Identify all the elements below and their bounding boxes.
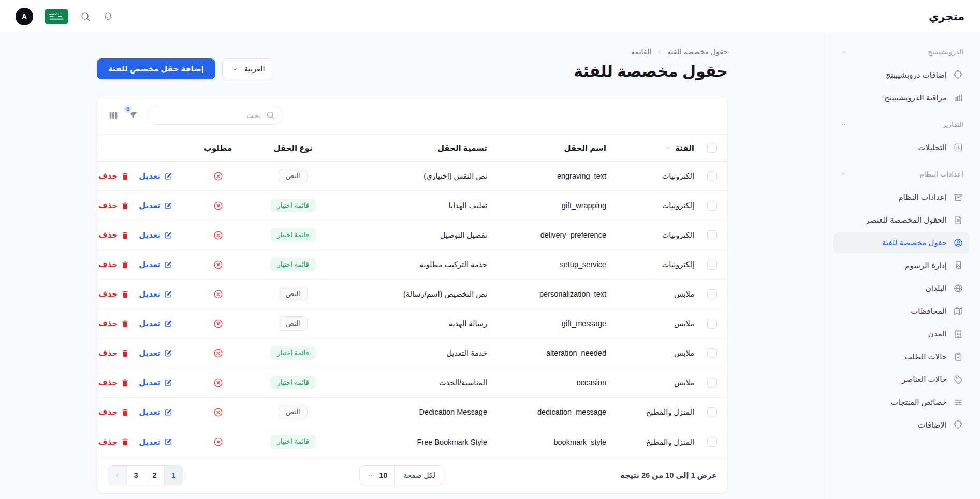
not-required-icon: [213, 171, 224, 182]
table-body: إلكترونياتengraving_textنص النقش (اختيار…: [97, 162, 727, 457]
language-select[interactable]: العربية: [222, 58, 274, 79]
not-required-icon: [213, 348, 224, 359]
page-button-2[interactable]: 2: [145, 466, 164, 485]
row-checkbox[interactable]: [707, 201, 717, 211]
pencil-square-icon: [164, 378, 172, 387]
add-category-field-button[interactable]: إضافة حقل مخصص للفئة: [97, 58, 215, 79]
language-select-value: العربية: [244, 65, 265, 73]
next-page-button[interactable]: [108, 466, 127, 485]
delete-button[interactable]: حذف: [98, 437, 129, 447]
global-search-button[interactable]: [80, 11, 91, 22]
delete-button[interactable]: حذف: [98, 230, 129, 240]
sidebar-section-header[interactable]: التقارير: [833, 117, 970, 131]
sidebar-item-product-attributes[interactable]: خصائص المنتجات: [833, 391, 970, 413]
archive-box-icon: [953, 192, 963, 202]
sidebar-section-label: التقارير: [942, 120, 963, 128]
delete-button[interactable]: حذف: [98, 378, 129, 387]
cell-field-label: تغليف الهدايا: [449, 201, 487, 210]
sidebar-nav: الدروبشيبينجإضافات دروبشيبينجمراقبة الدر…: [833, 45, 970, 436]
row-checkbox[interactable]: [707, 260, 717, 270]
sidebar-item-category-custom-fields[interactable]: حقول مخصصة للفئة: [833, 232, 970, 254]
sidebar-item-dropshipping-addons[interactable]: إضافات دروبشيبينج: [833, 64, 970, 86]
sidebar-item-governorates[interactable]: المحافظات: [833, 300, 970, 322]
trash-icon: [121, 349, 129, 358]
row-checkbox[interactable]: [707, 319, 717, 329]
sidebar-section-header[interactable]: إعدادات النظام: [833, 167, 970, 181]
edit-button[interactable]: تعديل: [139, 407, 172, 417]
map-icon: [953, 306, 963, 316]
filter-button[interactable]: 0: [127, 110, 139, 121]
row-checkbox[interactable]: [707, 230, 717, 240]
edit-button[interactable]: تعديل: [139, 319, 172, 328]
edit-button[interactable]: تعديل: [139, 437, 172, 447]
edit-button[interactable]: تعديل: [139, 171, 172, 181]
user-avatar[interactable]: A: [16, 8, 33, 25]
delete-label: حذف: [98, 289, 118, 299]
sidebar-item-fees-management[interactable]: إدارة الرسوم: [833, 255, 970, 276]
sidebar-item-order-statuses[interactable]: حالات الطلب: [833, 346, 970, 368]
table-toolbar: 0: [97, 96, 727, 135]
sidebar-item-item-statuses[interactable]: حالات العناصر: [833, 369, 970, 390]
breadcrumb-parent[interactable]: القائمة: [631, 48, 651, 56]
search-input[interactable]: [147, 106, 283, 125]
search-box: [147, 106, 283, 125]
notifications-button[interactable]: [103, 11, 114, 22]
sidebar-item-cities[interactable]: المدن: [833, 323, 970, 345]
columns-button[interactable]: [108, 110, 119, 121]
row-checkbox[interactable]: [707, 348, 717, 358]
chevron-up-icon: [840, 48, 847, 56]
cell-category: المنزل والمطبخ: [646, 438, 694, 446]
delete-button[interactable]: حذف: [98, 260, 129, 269]
edit-button[interactable]: تعديل: [139, 378, 172, 387]
row-checkbox[interactable]: [707, 407, 717, 417]
sidebar-item-item-custom-fields[interactable]: الحقول المخصصة للعنصر: [833, 209, 970, 231]
per-page-select[interactable]: لكل صفحة 10: [359, 465, 444, 485]
cell-field-label: المناسبة/الحدث: [439, 378, 487, 387]
edit-button[interactable]: تعديل: [139, 230, 172, 240]
sidebar-section-label: إعدادات النظام: [920, 170, 963, 178]
select-all-checkbox[interactable]: [707, 143, 717, 153]
row-checkbox[interactable]: [707, 289, 717, 299]
sidebar-section-header[interactable]: الدروبشيبينج: [833, 45, 970, 59]
breadcrumb-current[interactable]: حقول مخصصة للفئة: [667, 48, 728, 56]
chevron-down-icon: [231, 65, 239, 73]
tag-icon: [953, 374, 963, 385]
edit-label: تعديل: [139, 201, 160, 210]
delete-button[interactable]: حذف: [98, 171, 129, 181]
field-type-badge: قائمة اختيار: [270, 258, 316, 272]
column-header-field-name: اسم الحقل: [487, 143, 606, 153]
trash-icon: [121, 231, 129, 240]
row-checkbox[interactable]: [707, 437, 717, 447]
delete-button[interactable]: حذف: [98, 407, 129, 417]
delete-button[interactable]: حذف: [98, 289, 129, 299]
delete-button[interactable]: حذف: [98, 201, 129, 210]
field-type-badge: قائمة اختيار: [270, 435, 316, 449]
sidebar-item-label: حالات الطلب: [905, 352, 947, 361]
row-checkbox[interactable]: [707, 171, 717, 181]
column-header-field-type: نوع الحقل: [249, 143, 337, 153]
page-head: حقول مخصصة للفئة القائمة حقول مخصصة للفئ…: [97, 48, 728, 80]
sidebar-item-system-settings[interactable]: إعدادات النظام: [833, 186, 970, 208]
table-card: 0 الفئة اسم الحقل تسمية الحقل نوع الحقل …: [97, 96, 728, 494]
sidebar-item-countries[interactable]: البلدان: [833, 277, 970, 299]
language-flag-button[interactable]: [45, 9, 68, 24]
column-header-category[interactable]: الفئة: [606, 143, 694, 153]
row-checkbox[interactable]: [707, 378, 717, 388]
delete-button[interactable]: حذف: [98, 319, 129, 328]
edit-button[interactable]: تعديل: [139, 260, 172, 269]
edit-label: تعديل: [139, 319, 160, 328]
delete-label: حذف: [98, 171, 118, 181]
not-required-icon: [213, 230, 224, 241]
sidebar-item-addons[interactable]: الإضافات: [833, 414, 970, 436]
page-button-3[interactable]: 3: [127, 466, 145, 485]
page-button-1[interactable]: 1: [164, 466, 183, 485]
delete-button[interactable]: حذف: [98, 348, 129, 358]
sidebar-item-dropshipping-monitoring[interactable]: مراقبة الدروبشيبينج: [833, 87, 970, 109]
edit-button[interactable]: تعديل: [139, 289, 172, 299]
sidebar-item-label: إضافات دروبشيبينج: [886, 70, 947, 80]
edit-button[interactable]: تعديل: [139, 348, 172, 358]
store-title[interactable]: متجري: [929, 10, 964, 23]
edit-button[interactable]: تعديل: [139, 201, 172, 210]
sidebar-item-analytics[interactable]: التحليلات: [833, 137, 970, 158]
sidebar-item-label: التحليلات: [918, 143, 947, 152]
